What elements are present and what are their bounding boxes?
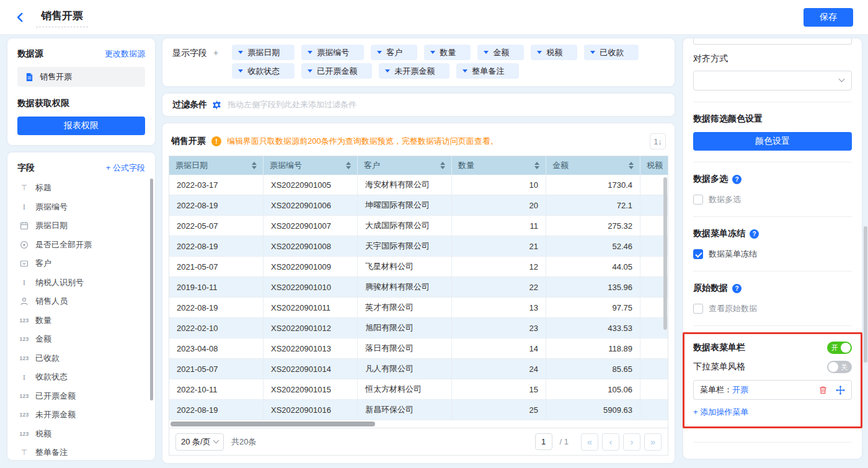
truncated-select[interactable] bbox=[693, 38, 852, 45]
help-icon[interactable]: ? bbox=[750, 229, 759, 239]
table-cell: 飞星材料公司 bbox=[358, 257, 452, 276]
first-page-button[interactable]: « bbox=[581, 433, 598, 451]
field-item[interactable]: 123税额 bbox=[17, 425, 145, 444]
table-row[interactable]: 2022-05-07XS20220901007大成国际有限公司11275.32 bbox=[169, 216, 668, 236]
field-item[interactable]: 123已开票金额 bbox=[17, 387, 145, 406]
back-icon[interactable] bbox=[15, 12, 26, 23]
field-item[interactable]: 123已收款 bbox=[17, 349, 145, 368]
help-icon[interactable]: ? bbox=[732, 175, 742, 184]
prev-page-button[interactable]: ‹ bbox=[602, 433, 619, 451]
display-field-chip[interactable]: 票据日期 bbox=[232, 45, 294, 60]
table-cell: 5909.63 bbox=[546, 400, 640, 420]
field-item[interactable]: 客户 bbox=[17, 254, 145, 273]
table-row[interactable]: 2022-02-10XS20220901012旭阳有限公司23433.53 bbox=[169, 318, 668, 338]
delete-icon[interactable] bbox=[818, 386, 828, 395]
field-item[interactable]: 票据日期 bbox=[17, 216, 145, 236]
display-field-chip[interactable]: 金额 bbox=[477, 45, 524, 60]
sort-icon[interactable] bbox=[629, 162, 634, 169]
table-row[interactable]: 2022-08-19XS20220901011英才有限公司1397.75 bbox=[169, 298, 668, 318]
table-cell: XS20220901014 bbox=[264, 359, 358, 379]
table-row[interactable]: 2021-05-07XS20220901014凡人有限公司2485.65 bbox=[169, 359, 668, 379]
field-item[interactable]: 123数量 bbox=[17, 311, 145, 330]
datasource-item[interactable]: 销售开票 bbox=[17, 67, 145, 87]
table-cell: 24 bbox=[452, 359, 546, 379]
column-header[interactable]: 数量 bbox=[452, 156, 546, 175]
freeze-menu-checkbox-label: 数据菜单冻结 bbox=[709, 249, 757, 260]
column-header[interactable]: 票据日期 bbox=[169, 156, 264, 175]
menubar-item[interactable]: 菜单栏： 开票 bbox=[693, 380, 852, 400]
last-page-button[interactable]: » bbox=[644, 433, 662, 451]
table-row[interactable]: 2023-04-08XS20220901013落日有限公司14118.89 bbox=[169, 338, 668, 359]
title-field-icon: ⊤ bbox=[19, 448, 30, 457]
table-row[interactable]: 2022-10-11XS20220901015恒太方材料公司15105.06 bbox=[169, 379, 668, 400]
add-formula-field-link[interactable]: + 公式字段 bbox=[106, 162, 145, 174]
multi-select-checkbox-row[interactable]: 数据多选 bbox=[693, 194, 852, 205]
field-item[interactable]: 销售人员 bbox=[17, 292, 145, 311]
table-row[interactable]: 2021-05-07XS20220901009飞星材料公司1244.05 bbox=[169, 257, 668, 277]
menubar-toggle-on[interactable]: 开 bbox=[827, 342, 852, 354]
field-item[interactable]: ⊤标题 bbox=[17, 179, 145, 198]
checkbox-unchecked-icon[interactable] bbox=[693, 304, 703, 314]
field-item[interactable]: 123金额 bbox=[17, 330, 145, 349]
table-cell: 2022-05-07 bbox=[169, 216, 264, 236]
raw-data-checkbox-row[interactable]: 查看原始数据 bbox=[693, 303, 852, 314]
add-display-field-icon[interactable]: + bbox=[213, 48, 218, 79]
sort-icon[interactable] bbox=[440, 162, 445, 169]
display-field-chip[interactable]: 未开票金额 bbox=[379, 63, 450, 79]
display-field-chip[interactable]: 数量 bbox=[424, 45, 471, 60]
sort-icon[interactable] bbox=[252, 162, 257, 169]
table-cell: 13 bbox=[452, 298, 546, 317]
display-field-chip[interactable]: 整单备注 bbox=[456, 63, 519, 79]
color-settings-button[interactable]: 颜色设置 bbox=[693, 132, 852, 151]
field-item[interactable]: 123未开票金额 bbox=[17, 405, 145, 425]
save-button[interactable]: 保存 bbox=[804, 8, 853, 27]
sort-icon[interactable] bbox=[534, 162, 539, 169]
table-row[interactable]: 2022-03-17XS20220901005海安材料有限公司101730.4 bbox=[169, 175, 668, 195]
field-item[interactable]: 是否已全部开票 bbox=[17, 236, 145, 255]
sort-order-icon[interactable]: 1↓ bbox=[650, 133, 666, 149]
freeze-menu-checkbox-row[interactable]: 数据菜单冻结 bbox=[693, 249, 852, 260]
field-item[interactable]: I纳税人识别号 bbox=[17, 273, 145, 293]
table-row[interactable]: 2022-08-19XS20220901006坤曜国际有限公司2072.1 bbox=[169, 195, 668, 216]
menubar-item-value[interactable]: 开票 bbox=[732, 384, 748, 395]
gear-icon[interactable] bbox=[212, 100, 221, 110]
table-cell: 21 bbox=[452, 236, 546, 256]
change-datasource-link[interactable]: 更改数据源 bbox=[105, 48, 145, 60]
table-row[interactable]: 2022-08-19XS20220901016新昌环保公司255909.63 bbox=[169, 400, 668, 420]
help-icon[interactable]: ? bbox=[732, 284, 742, 293]
report-permission-button[interactable]: 报表权限 bbox=[17, 117, 145, 135]
column-header[interactable]: 税额 bbox=[640, 156, 668, 175]
display-field-chip[interactable]: 已收款 bbox=[584, 45, 639, 60]
table-vertical-scrollbar[interactable] bbox=[663, 177, 667, 330]
display-field-chip[interactable]: 客户 bbox=[371, 45, 417, 60]
total-count: 共20条 bbox=[231, 436, 256, 448]
table-horizontal-scrollbar[interactable] bbox=[170, 422, 375, 426]
page-title[interactable]: 销售开票 bbox=[36, 7, 88, 27]
filter-card: 过滤条件 拖动左侧字段到此处来添加过滤条件 bbox=[162, 94, 675, 116]
page-size-select[interactable]: 20 条/页 bbox=[175, 433, 224, 451]
column-header[interactable]: 客户 bbox=[358, 156, 452, 175]
next-page-button[interactable]: › bbox=[623, 433, 640, 451]
display-field-chip[interactable]: 票据编号 bbox=[301, 45, 364, 60]
page-scrollbar[interactable] bbox=[864, 226, 867, 363]
column-header[interactable]: 金额 bbox=[546, 156, 640, 175]
table-row[interactable]: 2019-10-11XS20220901010腾骏材料有限公司22135.96 bbox=[169, 277, 668, 298]
column-header[interactable]: 票据编号 bbox=[264, 156, 358, 175]
field-item[interactable]: I票据编号 bbox=[17, 198, 145, 217]
fields-scrollbar[interactable] bbox=[150, 179, 153, 400]
page-number-input[interactable]: 1 bbox=[535, 433, 552, 450]
sort-icon[interactable] bbox=[346, 162, 351, 169]
display-field-chip[interactable]: 收款状态 bbox=[232, 63, 294, 79]
field-item[interactable]: ⊤整单备注 bbox=[17, 443, 145, 460]
table-row[interactable]: 2022-08-19XS20220901008天宇国际有限公司2152.46 bbox=[169, 236, 668, 257]
field-item[interactable]: I收款状态 bbox=[17, 368, 145, 387]
display-field-chip[interactable]: 已开票金额 bbox=[301, 63, 372, 79]
checkbox-unchecked-icon[interactable] bbox=[693, 195, 703, 205]
alignment-select[interactable] bbox=[693, 71, 852, 91]
table-cell: XS20220901011 bbox=[264, 298, 358, 317]
checkbox-checked-icon[interactable] bbox=[693, 249, 703, 259]
dropdown-style-toggle-off[interactable]: 关 bbox=[827, 361, 852, 373]
add-action-menu-link[interactable]: + 添加操作菜单 bbox=[693, 407, 748, 418]
move-icon[interactable] bbox=[836, 386, 845, 395]
display-field-chip[interactable]: 税额 bbox=[531, 45, 577, 60]
